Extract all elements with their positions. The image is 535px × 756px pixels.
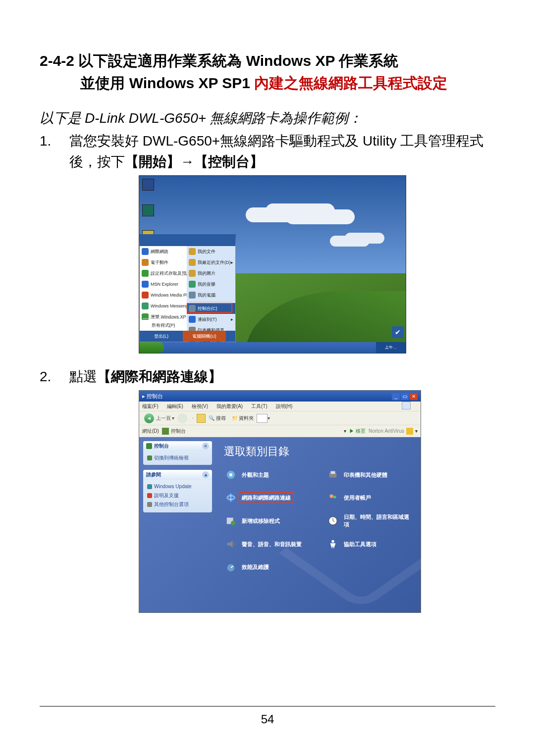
start-button[interactable] (139, 342, 164, 353)
category-access[interactable]: 協助工具選項 (326, 537, 413, 551)
screenshot-start-menu: ✔ 網際網路電子郵件設定程式存取及預設值MSN ExplorerWindows … (139, 175, 406, 353)
start-menu-item[interactable]: 我的音樂 (187, 279, 235, 290)
app-icon (142, 270, 149, 277)
category-label: 印表機和其他硬體 (344, 471, 387, 479)
step-2: 2. 點選【網際和網路連線】 (40, 366, 495, 387)
category-addremove[interactable]: 新增或移除程式 (224, 513, 311, 528)
sound-icon (224, 537, 238, 551)
section-heading: 2-4-2 以下設定適用作業系統為 Windows XP 作業系統 並使用 Wi… (40, 50, 495, 94)
start-menu-item-control-panel[interactable]: 控制台(C) (187, 303, 235, 314)
start-menu-item[interactable]: 我的圖片 (187, 268, 235, 279)
menu-help[interactable]: 說明(H) (276, 403, 293, 409)
folder-icon (189, 248, 196, 255)
address-icon (162, 428, 169, 435)
panel-title: 控制台 (146, 441, 169, 451)
svg-point-7 (329, 495, 333, 498)
system-tray[interactable]: 上午… (376, 342, 406, 353)
category-perf[interactable]: 效能及維護 (224, 560, 311, 574)
window-titlebar: ▸ 控制台 _▭✕ (139, 391, 421, 402)
views-button[interactable] (257, 414, 268, 423)
start-menu-item[interactable]: MSN Explorer (140, 279, 187, 290)
menu-file[interactable]: 檔案(F) (142, 403, 159, 409)
collapse-icon[interactable]: « (202, 443, 209, 450)
start-menu-item[interactable]: 連線到(T) ▸ (187, 314, 235, 325)
section-number: 2-4-2 (40, 52, 74, 69)
desktop-icon[interactable] (142, 204, 154, 216)
collapse-icon[interactable]: ▴ (202, 471, 209, 478)
category-printer[interactable]: 印表機和其他硬體 (326, 468, 413, 482)
tray-shield-icon[interactable]: ✔ (392, 326, 404, 338)
link-icon (147, 484, 152, 489)
users-icon (326, 491, 340, 504)
side-panel-controlpanel: 控制台 « 切換到傳統檢視 (143, 441, 212, 465)
start-menu-item[interactable]: Windows Media Player (140, 290, 187, 301)
window-title: ▸ 控制台 (142, 391, 163, 402)
panel-title: 請參閱 (146, 470, 161, 480)
appearance-icon (224, 468, 238, 482)
start-menu-item[interactable]: 我的文件 (187, 246, 235, 257)
category-sound[interactable]: 聲音、語音、和音訊裝置 (224, 537, 311, 551)
addremove-icon (224, 514, 238, 528)
start-menu-panel: 網際網路電子郵件設定程式存取及預設值MSN ExplorerWindows Me… (139, 234, 236, 342)
svg-rect-1 (229, 473, 232, 476)
network-icon (224, 491, 238, 504)
start-menu-right: 我的文件我最近的文件(D) ▸我的圖片我的音樂我的電腦控制台(C)連線到(T) … (187, 246, 235, 342)
shutdown-button[interactable]: 電腦關機(U) (183, 331, 226, 342)
link-icon (147, 502, 152, 507)
perf-icon (224, 560, 238, 574)
norton-icon[interactable] (406, 428, 413, 435)
folder-icon (189, 292, 196, 299)
category-label: 日期、時間、語言和區域選項 (344, 513, 413, 528)
logoff-button[interactable]: 登出(L) (140, 331, 183, 342)
category-label: 協助工具選項 (344, 541, 376, 548)
start-menu-item[interactable]: 網際網路 (140, 246, 187, 257)
link-icon (147, 493, 152, 498)
desktop-icon[interactable] (142, 179, 154, 191)
all-programs[interactable]: 所有程式(P) (140, 320, 187, 331)
main-column: 選取類別目錄 外觀和主題印表機和其他硬體網路和網際網路連線使用者帳戶新增或移除程… (216, 437, 421, 612)
category-appearance[interactable]: 外觀和主題 (224, 468, 311, 482)
go-button[interactable]: ▶ 移至 (349, 428, 366, 435)
see-also-link[interactable]: 說明及支援 (147, 492, 208, 500)
printer-icon (326, 468, 340, 482)
menu-tools[interactable]: 工具(T) (251, 403, 268, 409)
menu-fav[interactable]: 我的最愛(A) (216, 403, 243, 409)
maximize-button[interactable]: ▭ (401, 393, 409, 400)
switch-classic-link[interactable]: 切換到傳統檢視 (147, 454, 208, 462)
svg-rect-3 (330, 471, 335, 474)
minimize-button[interactable]: _ (392, 393, 400, 400)
start-menu-item[interactable]: 我的電腦 (187, 290, 235, 301)
start-menu-item[interactable]: Windows Messenger (140, 301, 187, 311)
start-menu-item[interactable]: 我最近的文件(D) ▸ (187, 257, 235, 268)
address-value[interactable]: 控制台 (171, 428, 344, 435)
close-button[interactable]: ✕ (410, 393, 418, 400)
start-menu-item[interactable]: 電子郵件 (140, 257, 187, 268)
category-label: 聲音、語音、和音訊裝置 (242, 541, 302, 548)
up-button[interactable] (197, 414, 206, 423)
address-bar: 網址(D) 控制台 ▾ ▶ 移至 Norton AntiVirus ▾ (139, 425, 421, 437)
see-also-link[interactable]: Windows Update (147, 483, 208, 491)
category-network[interactable]: 網路和網際網路連線 (224, 491, 311, 504)
norton-label: Norton AntiVirus (369, 428, 404, 434)
menu-edit[interactable]: 編輯(E) (167, 403, 183, 409)
window-buttons: _▭✕ (391, 391, 418, 402)
highlight-box (187, 303, 232, 313)
category-label: 效能及維護 (242, 563, 269, 571)
page-number: 54 (0, 712, 535, 726)
search-button[interactable]: 🔍 搜尋 (209, 415, 226, 422)
category-datetime[interactable]: 日期、時間、語言和區域選項 (326, 513, 413, 528)
side-panel-seealso: 請參閱 ▴ Windows Update說明及支援其他控制台選項 (143, 470, 212, 512)
forward-button[interactable] (177, 413, 187, 423)
app-icon (142, 259, 149, 266)
back-button[interactable]: ◄ (144, 413, 154, 423)
svg-marker-14 (227, 541, 233, 548)
folders-button[interactable]: 📁 資料夾 (232, 415, 254, 422)
menu-view[interactable]: 檢視(V) (192, 403, 208, 409)
category-users[interactable]: 使用者帳戶 (326, 491, 413, 504)
svg-point-8 (333, 496, 336, 499)
arrow-icon (147, 455, 152, 460)
start-menu-item[interactable]: 設定程式存取及預設值 (140, 268, 187, 279)
datetime-icon (326, 514, 340, 528)
see-also-link[interactable]: 其他控制台選項 (147, 501, 208, 508)
toolbar: ◄ 上一頁 ▾ · 🔍 搜尋 📁 資料夾 ▾ (139, 411, 421, 425)
